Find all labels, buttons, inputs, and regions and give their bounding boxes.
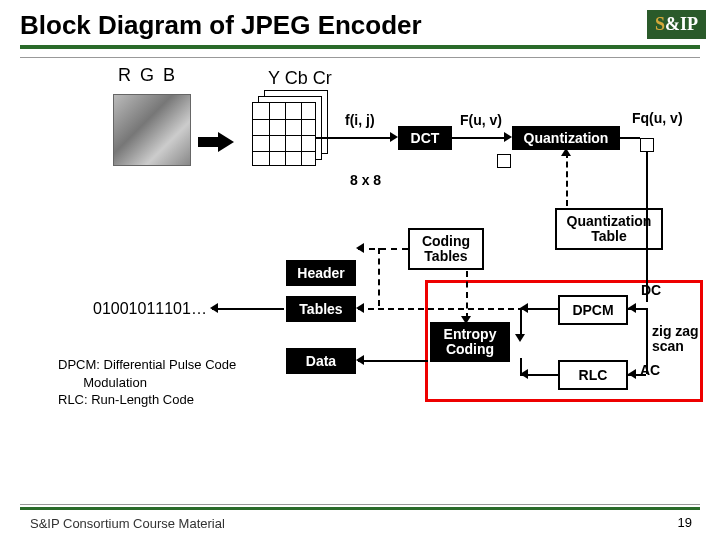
thick-arrow-icon xyxy=(198,132,234,152)
quantization-box: Quantization xyxy=(512,126,620,150)
ycbcr-grid-front xyxy=(252,102,316,166)
slide-title: Block Diagram of JPEG Encoder xyxy=(20,10,700,41)
image-lena xyxy=(113,94,191,166)
label-fij: f(i, j) xyxy=(345,112,375,128)
label-8x8: 8 x 8 xyxy=(350,172,381,188)
small-box-dct xyxy=(497,154,511,168)
svg-marker-0 xyxy=(198,132,234,152)
data-box: Data xyxy=(286,348,356,374)
label-rgb: R G B xyxy=(118,65,177,86)
logo-badge: S&IP xyxy=(647,10,706,39)
label-bitstream: 01001011101… xyxy=(93,300,207,318)
header-box: Header xyxy=(286,260,356,286)
diagram-canvas: R G B Y Cb Cr 8 x 8 f(i, j) F(u, v) Fq(u… xyxy=(0,60,720,490)
footer: S&IP Consortium Course Material 19 xyxy=(0,504,720,532)
small-box-fq xyxy=(640,138,654,152)
footer-page-number: 19 xyxy=(678,515,692,530)
title-thinline xyxy=(20,57,700,58)
label-ycbcr: Y Cb Cr xyxy=(268,68,332,89)
coding-tables-box: Coding Tables xyxy=(408,228,484,270)
title-underline xyxy=(20,45,700,49)
tables-box: Tables xyxy=(286,296,356,322)
label-dpcm-note: DPCM: Differential Pulse Code Modulation… xyxy=(58,356,236,409)
label-fquv: Fq(u, v) xyxy=(632,110,683,126)
label-fuv: F(u, v) xyxy=(460,112,502,128)
entropy-box: Entropy Coding xyxy=(430,322,510,362)
footer-course: S&IP Consortium Course Material xyxy=(0,516,225,531)
dct-box: DCT xyxy=(398,126,452,150)
